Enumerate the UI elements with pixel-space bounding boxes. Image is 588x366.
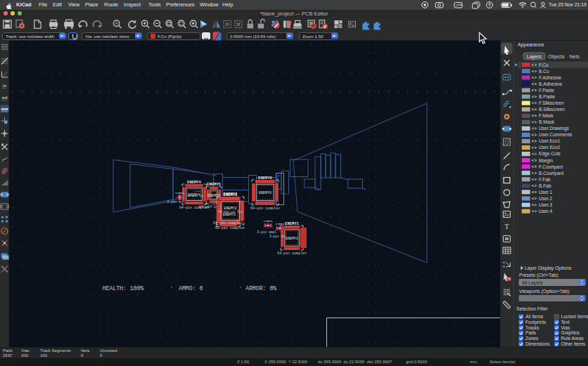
svg-text:64-pin complex: 64-pin complex [213,221,243,226]
svg-text:F.Fab: F.Fab [539,177,551,182]
svg-text:Tracks: Tracks [525,325,539,330]
svg-text:Text: Text [561,320,570,325]
svg-text:Locked Items: Locked Items [561,314,588,319]
svg-text:Objects: Objects [548,54,565,60]
svg-text:36-pin co: 36-pin co [187,195,203,197]
svg-text:All Items: All Items [525,314,544,319]
svg-text:mm: mm [1,107,8,111]
svg-text:3-pin smal: 3-pin smal [257,230,276,234]
svg-text:Margin: Margin [539,158,553,164]
svg-text:B.Adhesive: B.Adhesive [539,81,563,86]
svg-text:Vias: Vias [561,325,570,330]
svg-text:ITEM1: ITEM1 [264,219,273,223]
svg-text:Rule Areas: Rule Areas [561,336,584,341]
svg-text:Dimensions: Dimensions [525,341,550,346]
svg-text:F.Cu: F.Cu [539,63,549,67]
svg-text:F.Silkscreen: F.Silkscreen [539,100,564,105]
svg-text:64-pin complex: 64-pin complex [215,226,245,230]
svg-text:ITEM1: ITEM1 [276,222,285,226]
svg-text:Selection Filter: Selection Filter [516,306,549,311]
svg-text:3-pin sm: 3-pin sm [269,235,285,238]
svg-text:ENEMY5: ENEMY5 [207,182,222,187]
svg-text:Graphics: Graphics [561,330,580,336]
svg-text:ENEMY1: ENEMY1 [285,221,300,226]
svg-text:All Layers: All Layers [522,280,543,286]
svg-text:F.Adhesive: F.Adhesive [539,75,562,80]
svg-text:ELA07A-5: ELA07A-5 [223,197,238,201]
svg-text:ARMOR: 0%: ARMOR: 0% [245,285,276,292]
svg-text:Edge.Cuts: Edge.Cuts [539,151,561,157]
svg-text:B.Courtyard: B.Courtyard [539,171,564,176]
svg-text:Zones: Zones [525,336,539,341]
svg-text:User.1: User.1 [539,190,552,195]
svg-text:ENEMY5: ENEMY5 [207,194,220,198]
svg-text:Footprints: Footprints [525,320,547,325]
svg-text:T: T [504,223,509,230]
svg-text:ENEMY2: ENEMY2 [224,192,238,197]
svg-text:B.Fab: B.Fab [539,183,551,188]
svg-text:B.Paste: B.Paste [539,94,555,99]
svg-text:User.2: User.2 [539,196,552,201]
svg-text:B.Silkscreen: B.Silkscreen [539,107,565,112]
svg-text:ENEMY3: ENEMY3 [223,213,236,217]
svg-text:User.Eco1: User.Eco1 [539,138,561,143]
svg-text:A: A [115,21,118,25]
svg-text:HEALTH: 100%: HEALTH: 100% [103,285,144,292]
svg-text:AMMO: 0: AMMO: 0 [179,285,203,292]
svg-text:3-pin s: 3-pin s [167,200,181,204]
svg-text:CLAW: CLAW [193,190,200,192]
svg-text:ITEM2: ITEM2 [175,191,184,195]
svg-text:B.Mask: B.Mask [539,119,555,124]
svg-text:64-pin complex: 64-pin complex [250,207,280,211]
svg-text:Other Items: Other Items [561,341,586,346]
svg-text:Presets (Ctrl+Tab):: Presets (Ctrl+Tab): [519,273,559,278]
svg-text:ENEMY1: ENEMY1 [286,237,298,241]
svg-text:F.Courtyard: F.Courtyard [539,164,563,170]
svg-text:User.Eco2: User.Eco2 [539,145,561,150]
svg-text:Pads: Pads [525,330,537,335]
svg-text:User.3: User.3 [539,202,552,207]
svg-text:F.Paste: F.Paste [539,88,554,93]
svg-text:ENEMY0: ENEMY0 [258,176,272,181]
svg-text:User.Comments: User.Comments [539,132,573,137]
svg-text:User.4: User.4 [539,209,552,214]
svg-text:Layers: Layers [527,54,542,60]
svg-text:F.Mask: F.Mask [539,113,554,118]
svg-text:64-pin complex: 64-pin complex [277,251,307,256]
svg-text:Viewports (Option+Tab):: Viewports (Option+Tab): [519,289,570,294]
svg-text:ENEMY4: ENEMY4 [187,180,202,185]
svg-text:in: in [3,84,7,88]
svg-text:mil: mil [2,96,8,100]
svg-text:B.Cu: B.Cu [539,69,549,74]
svg-text:Layer Display Options: Layer Display Options [525,266,572,271]
svg-text:Nets: Nets [570,54,580,59]
svg-text:ENEMY0: ENEMY0 [259,191,271,195]
svg-text:User.Drawings: User.Drawings [539,126,570,131]
